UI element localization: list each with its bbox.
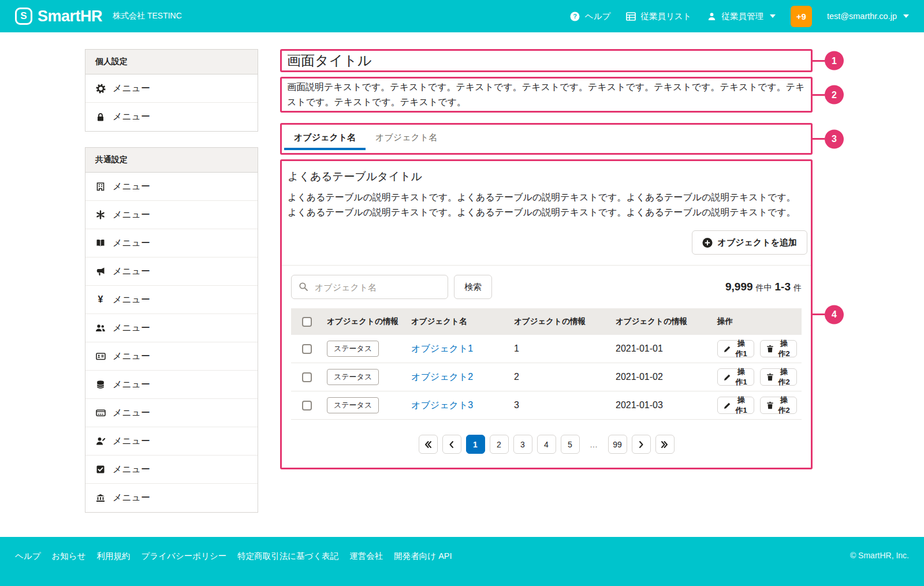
layout: 個人設定 メニュー メニュー 共通設定 [0, 32, 924, 528]
row-checkbox[interactable] [302, 344, 312, 354]
pagination-page-2[interactable]: 2 [490, 435, 509, 454]
sidebar-item-menu[interactable]: メニュー [85, 257, 258, 286]
row-checkbox[interactable] [302, 401, 312, 410]
pagination-page-99[interactable]: 99 [608, 435, 627, 454]
pencil-icon [724, 345, 731, 353]
tab-object-1[interactable]: オブジェクト名 [284, 125, 366, 150]
employee-list-label: 従業員リスト [640, 11, 691, 22]
annotation-marker-4: 4 [825, 305, 844, 324]
sidebar-item-menu[interactable]: メニュー [85, 314, 258, 342]
edit-action-button[interactable]: 操作1 [717, 340, 754, 357]
sidebar-item-menu[interactable]: メニュー [85, 103, 258, 131]
select-all-checkbox[interactable] [302, 317, 312, 327]
add-object-button[interactable]: オブジェクトを追加 [692, 230, 807, 255]
tab-bar-section: オブジェクト名 オブジェクト名 3 [280, 123, 813, 155]
annotation-marker-2: 2 [825, 85, 844, 104]
trash-icon [766, 345, 774, 353]
pagination-page-5[interactable]: 5 [561, 435, 580, 454]
yen-icon: ¥ [95, 295, 106, 304]
sidebar-item-menu[interactable]: ¥ メニュー [85, 286, 258, 314]
notification-badge[interactable]: +9 [791, 6, 812, 27]
copyright: © SmartHR, Inc. [850, 551, 909, 560]
edit-action-button[interactable]: 操作1 [717, 397, 754, 414]
page-title: 画面タイトル [287, 52, 806, 69]
edit-action-label: 操作1 [735, 395, 748, 416]
sidebar-item-menu[interactable]: メニュー [85, 229, 258, 257]
delete-action-button[interactable]: 操作2 [760, 340, 797, 357]
person-icon [706, 12, 717, 21]
account-dropdown[interactable]: test@smarthr.co.jp [827, 12, 909, 21]
sidebar-item-label: メニュー [113, 181, 150, 193]
footer-link-company[interactable]: 運営会社 [349, 551, 383, 562]
employee-list-link[interactable]: 従業員リスト [625, 11, 691, 22]
result-count-unit: 件 [793, 283, 802, 293]
svg-text:?: ? [573, 13, 577, 20]
employee-admin-dropdown[interactable]: 従業員管理 [706, 11, 776, 22]
sidebar-section-title: 個人設定 [85, 50, 258, 74]
sidebar-item-menu[interactable]: メニュー [85, 201, 258, 229]
pagination-page-1[interactable]: 1 [466, 435, 485, 454]
sidebar-item-menu[interactable]: メニュー [85, 371, 258, 399]
gear-icon [95, 84, 106, 94]
delete-action-button[interactable]: 操作2 [760, 368, 797, 386]
smarthr-logo-icon: S [15, 8, 32, 25]
pagination-prev-button[interactable] [442, 435, 461, 454]
sidebar-item-label: メニュー [113, 111, 150, 123]
trash-icon [766, 401, 774, 409]
delete-action-label: 操作2 [777, 367, 791, 387]
megaphone-icon [95, 267, 106, 276]
footer-link-privacy[interactable]: プライバシーポリシー [141, 551, 227, 562]
sidebar-item-menu[interactable]: メニュー [85, 342, 258, 371]
search-box [291, 275, 448, 299]
object-date: 2021-01-03 [611, 400, 713, 410]
object-value: 3 [509, 400, 611, 410]
sidebar-item-menu[interactable]: メニュー [85, 173, 258, 201]
pagination-last-button[interactable] [655, 435, 675, 454]
users-icon [95, 323, 106, 333]
row-checkbox[interactable] [302, 372, 312, 382]
sidebar-item-label: メニュー [113, 322, 150, 334]
table-section: よくあるテーブルタイトル よくあるテーブルの説明テキストです。よくあるテーブルの… [280, 159, 813, 469]
asterisk-icon [95, 210, 106, 219]
search-button[interactable]: 検索 [454, 275, 492, 299]
footer-link-news[interactable]: お知らせ [52, 551, 86, 562]
edit-action-button[interactable]: 操作1 [717, 368, 754, 386]
object-link[interactable]: オブジェクト1 [411, 344, 473, 353]
sidebar-item-label: メニュー [113, 379, 150, 391]
tab-object-2[interactable]: オブジェクト名 [366, 125, 447, 150]
footer-link-terms[interactable]: 利用規約 [97, 551, 131, 562]
pagination-next-button[interactable] [632, 435, 651, 454]
sidebar-item-menu[interactable]: メニュー [85, 399, 258, 427]
search-input[interactable] [291, 275, 448, 299]
table-actions-row: オブジェクトを追加 [282, 228, 811, 265]
result-count: 9,999 件中 1-3 件 [725, 281, 802, 293]
object-link[interactable]: オブジェクト2 [411, 372, 473, 382]
footer-link-help[interactable]: ヘルプ [15, 551, 41, 562]
sidebar-item-menu[interactable]: メニュー [85, 484, 258, 512]
sidebar-item-menu[interactable]: メニュー [85, 74, 258, 103]
status-badge: ステータス [327, 397, 379, 413]
pagination-page-3[interactable]: 3 [513, 435, 532, 454]
help-link[interactable]: ? ヘルプ [570, 11, 611, 22]
lock-icon [95, 113, 106, 122]
page: S SmartHR 株式会社 TESTINC ? ヘルプ 従業員リスト [0, 0, 924, 586]
delete-action-button[interactable]: 操作2 [760, 397, 797, 414]
add-object-label: オブジェクトを追加 [718, 237, 797, 248]
column-header: オブジェクトの情報 [509, 316, 611, 327]
table-row: ステータス オブジェクト3 3 2021-01-03 操作1 操作2 [291, 391, 802, 420]
pagination-first-button[interactable] [419, 435, 438, 454]
status-badge: ステータス [327, 369, 379, 385]
column-header: オブジェクトの情報 [322, 316, 407, 327]
sidebar-item-menu[interactable]: メニュー [85, 456, 258, 484]
pagination-page-4[interactable]: 4 [537, 435, 556, 454]
footer-link-commerce-law[interactable]: 特定商取引法に基づく表記 [237, 551, 338, 562]
sidebar: 個人設定 メニュー メニュー 共通設定 [85, 49, 258, 528]
object-value: 1 [509, 344, 611, 354]
help-icon: ? [570, 12, 580, 21]
table-row: ステータス オブジェクト2 2 2021-01-02 操作1 操作2 [291, 363, 802, 391]
smarthr-logo[interactable]: S SmartHR [15, 8, 102, 25]
company-name: 株式会社 TESTINC [113, 11, 182, 21]
sidebar-item-menu[interactable]: メニュー [85, 427, 258, 456]
footer-link-developer-api[interactable]: 開発者向け API [394, 551, 452, 562]
object-link[interactable]: オブジェクト3 [411, 400, 473, 410]
